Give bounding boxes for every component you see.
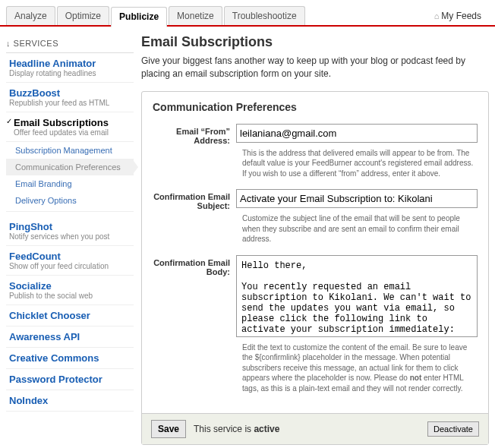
deactivate-button[interactable]: Deactivate [427,421,479,437]
tab-publicize[interactable]: Publicize [111,7,167,27]
sidebar-item-chicklet-chooser[interactable]: Chicklet Chooser [6,305,134,327]
sidebar-item-buzzboost[interactable]: BuzzBoost Republish your feed as HTML [6,83,134,112]
sidebar-desc: Display rotating headlines [9,69,131,77]
sidebar-item-email-subscriptions[interactable]: Email Subscriptions Offer feed updates v… [6,112,134,142]
body-label: Confirmation Email Body: [153,255,236,339]
sidebar-link[interactable]: Creative Commons [9,352,131,364]
preferences-panel: Communication Preferences Email “From” A… [141,91,489,446]
sidebar-link[interactable]: BuzzBoost [9,87,131,99]
sidebar-link[interactable]: PingShot [9,221,131,232]
from-label: Email “From” Address: [153,124,236,145]
sidebar-item-socialize[interactable]: Socialize Publish to the social web [6,276,134,305]
sidebar-desc: Notify services when you post [9,232,131,241]
body-help: Edit the text to customize the content o… [242,342,478,394]
sidebar-link[interactable]: Awareness API [9,331,131,342]
sidebar-item-headline-animator[interactable]: Headline Animator Display rotating headl… [6,53,134,83]
sub-item-communication-preferences[interactable]: Communication Preferences [6,159,134,175]
sub-link[interactable]: Communication Preferences [15,162,121,172]
sidebar-link[interactable]: FeedCount [9,251,131,262]
tab-monetize[interactable]: Monetize [169,6,222,25]
my-feeds-link[interactable]: ⌂My Feeds [427,7,489,25]
sidebar-desc: Publish to the social web [9,292,131,300]
sidebar-link[interactable]: NoIndex [9,395,131,406]
sidebar-link[interactable]: Password Protector [9,374,131,385]
tab-analyze[interactable]: Analyze [6,6,55,25]
page-title: Email Subscriptions [141,34,489,50]
sidebar: ↓ SERVICES Headline Animator Display rot… [6,34,141,445]
sidebar-link[interactable]: Chicklet Chooser [9,310,131,321]
subject-label: Confirmation Email Subject: [153,189,236,210]
sub-item-delivery-options[interactable]: Delivery Options [6,192,134,212]
panel-title: Communication Preferences [153,101,478,113]
sidebar-desc: Offer feed updates via email [14,128,131,137]
panel-footer: Save This service is active Deactivate [142,413,488,444]
sidebar-item-password-protector[interactable]: Password Protector [6,369,134,390]
main-content: Email Subscriptions Give your biggest fa… [141,34,489,445]
sub-item-subscription-management[interactable]: Subscription Management [6,142,134,159]
service-status: This service is active [194,424,279,434]
page-desc: Give your biggest fans another way to ke… [141,55,489,80]
body-textarea[interactable] [236,255,478,337]
top-tabs: Analyze Optimize Publicize Monetize Trou… [0,0,495,27]
sidebar-item-feedcount[interactable]: FeedCount Show off your feed circulation [6,246,134,276]
subject-input[interactable] [236,189,478,208]
sidebar-link[interactable]: Email Subscriptions [14,117,131,128]
sub-item-email-branding[interactable]: Email Branding [6,175,134,192]
from-help: This is the address that delivered email… [242,148,478,179]
sidebar-link[interactable]: Headline Animator [9,58,131,69]
sidebar-link[interactable]: Socialize [9,280,131,292]
sub-link[interactable]: Delivery Options [15,196,77,205]
sidebar-desc: Republish your feed as HTML [9,99,131,107]
home-icon: ⌂ [434,11,440,21]
sub-link[interactable]: Email Branding [15,179,72,188]
tab-troubleshootize[interactable]: Troubleshootize [224,6,305,25]
services-header: ↓ SERVICES [6,34,134,53]
save-button[interactable]: Save [151,420,186,438]
sub-link[interactable]: Subscription Management [15,146,112,155]
sidebar-item-pingshot[interactable]: PingShot Notify services when you post [6,216,134,246]
from-address-input[interactable] [236,124,478,143]
sidebar-item-noindex[interactable]: NoIndex [6,390,134,412]
tab-optimize[interactable]: Optimize [57,6,109,25]
sidebar-desc: Show off your feed circulation [9,262,131,270]
sidebar-item-creative-commons[interactable]: Creative Commons [6,348,134,369]
my-feeds-label: My Feeds [441,11,481,21]
sidebar-item-awareness-api[interactable]: Awareness API [6,327,134,348]
subject-help: Customize the subject line of the email … [242,213,478,245]
